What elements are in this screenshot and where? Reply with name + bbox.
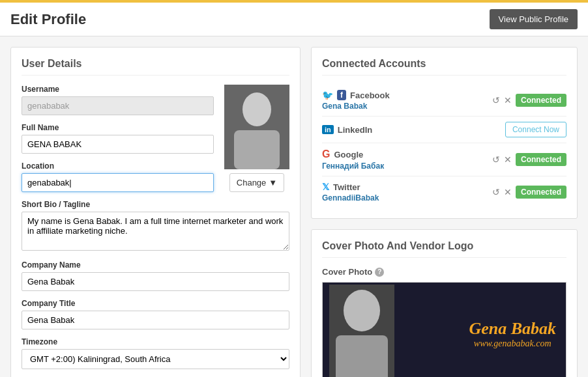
short-bio-input[interactable]: My name is Gena Babak. I am a full time … <box>22 212 289 251</box>
chevron-down-icon: ▼ <box>269 178 277 188</box>
google-refresh-icon[interactable]: ↺ <box>492 154 500 165</box>
facebook-username[interactable]: Gena Babak <box>322 102 390 111</box>
view-public-profile-button[interactable]: View Public Profile <box>490 9 578 29</box>
short-bio-group: Short Bio / Tagline My name is Gena Baba… <box>22 200 289 253</box>
page-title: Edit Profile <box>10 11 86 28</box>
location-input[interactable] <box>22 173 214 192</box>
account-name-row-google: G Google <box>322 148 384 160</box>
account-row-facebook: 🐦 f Facebook Gena Babak ↺ ✕ Connected <box>322 85 566 117</box>
cover-url-text: www.genababak.com <box>469 339 556 349</box>
full-name-group: Full Name <box>22 123 214 154</box>
timezone-select[interactable]: GMT +2:00) Kaliningrad, South Africa <box>22 349 289 369</box>
linkedin-connect-now-button[interactable]: Connect Now <box>505 122 566 137</box>
account-row-google: G Google Геннадий Бабак ↺ ✕ Connected <box>322 143 566 176</box>
short-bio-label: Short Bio / Tagline <box>22 200 289 209</box>
username-group: Username <box>22 85 214 115</box>
connected-accounts-panel: Connected Accounts 🐦 f Facebook Gena Bab… <box>311 47 578 219</box>
cover-photo-panel: Cover Photo And Vendor Logo Cover Photo … <box>311 229 578 377</box>
facebook-label: Facebook <box>350 91 390 100</box>
linkedin-label: LinkedIn <box>338 125 372 135</box>
location-group: Location <box>22 161 214 192</box>
company-title-group: Company Title <box>22 299 289 329</box>
profile-photo <box>224 85 289 169</box>
profile-photo-area: Change ▼ <box>224 85 289 200</box>
full-name-input[interactable] <box>22 135 214 154</box>
facebook-connected-badge: Connected <box>516 94 566 107</box>
right-panel: Connected Accounts 🐦 f Facebook Gena Bab… <box>311 47 578 377</box>
change-photo-button[interactable]: Change ▼ <box>229 173 284 192</box>
account-right-twitter: ↺ ✕ Connected <box>492 186 566 199</box>
twitter-icon: 𝕏 <box>322 182 329 192</box>
svg-rect-5 <box>336 335 388 377</box>
twitter-label: Twitter <box>333 182 360 192</box>
change-label: Change <box>237 178 267 188</box>
svg-rect-2 <box>234 130 280 169</box>
svg-point-4 <box>344 290 380 331</box>
cover-photo-section-title: Cover Photo And Vendor Logo <box>322 240 566 258</box>
connected-accounts-title: Connected Accounts <box>322 58 566 76</box>
top-bar: Edit Profile View Public Profile <box>0 3 588 36</box>
username-label: Username <box>22 85 214 94</box>
full-name-label: Full Name <box>22 123 214 132</box>
timezone-label: Timezone <box>22 337 289 346</box>
twitter-remove-icon[interactable]: ✕ <box>504 187 512 197</box>
company-name-label: Company Name <box>22 260 289 270</box>
main-layout: User Details Username Full Name Location <box>0 36 588 377</box>
account-right-google: ↺ ✕ Connected <box>492 153 566 166</box>
facebook-icon-f: f <box>337 90 346 100</box>
facebook-icon: 🐦 <box>322 90 333 100</box>
google-username[interactable]: Геннадий Бабак <box>322 161 384 171</box>
account-name-row-facebook: 🐦 f Facebook <box>322 90 390 100</box>
account-row-twitter: 𝕏 Twitter GennadiiBabak ↺ ✕ Connected <box>322 176 566 208</box>
twitter-refresh-icon[interactable]: ↺ <box>492 187 500 197</box>
account-name-row-twitter: 𝕏 Twitter <box>322 182 379 192</box>
google-remove-icon[interactable]: ✕ <box>504 154 512 165</box>
cover-photo-display: Gena Babak www.genababak.com <box>322 282 566 377</box>
google-connected-badge: Connected <box>516 153 566 166</box>
left-panel: User Details Username Full Name Location <box>10 47 301 377</box>
account-right-facebook: ↺ ✕ Connected <box>492 94 566 107</box>
facebook-remove-icon[interactable]: ✕ <box>504 95 512 105</box>
username-input[interactable] <box>22 96 214 115</box>
form-fields: Username Full Name Location <box>22 85 214 200</box>
account-name-row-linkedin: in LinkedIn <box>322 125 372 135</box>
account-row-linkedin: in LinkedIn Connect Now <box>322 117 566 143</box>
company-title-label: Company Title <box>22 299 289 308</box>
account-right-linkedin: Connect Now <box>505 122 566 137</box>
cover-photo-label-text: Cover Photo <box>322 267 372 277</box>
account-left-linkedin: in LinkedIn <box>322 125 372 135</box>
location-label: Location <box>22 161 214 171</box>
twitter-username[interactable]: GennadiiBabak <box>322 193 379 202</box>
cover-name-text: Gena Babak <box>469 319 556 339</box>
facebook-refresh-icon[interactable]: ↺ <box>492 95 500 105</box>
cover-photo-text-area: Gena Babak www.genababak.com <box>469 319 556 349</box>
google-icon: G <box>322 148 330 160</box>
cover-help-icon[interactable]: ? <box>375 268 384 277</box>
cover-photo-person-silhouette <box>329 285 394 377</box>
google-label: Google <box>334 150 363 160</box>
user-details-title: User Details <box>22 58 289 76</box>
company-title-input[interactable] <box>22 311 289 329</box>
profile-area: Username Full Name Location <box>22 85 289 200</box>
timezone-group: Timezone GMT +2:00) Kaliningrad, South A… <box>22 337 289 369</box>
account-left-google: G Google Геннадий Бабак <box>322 148 384 171</box>
account-left-facebook: 🐦 f Facebook Gena Babak <box>322 90 390 111</box>
company-name-input[interactable] <box>22 272 289 291</box>
twitter-connected-badge: Connected <box>516 186 566 199</box>
svg-point-1 <box>243 92 271 126</box>
company-name-group: Company Name <box>22 260 289 291</box>
cover-photo-label-row: Cover Photo ? <box>322 267 566 277</box>
account-left-twitter: 𝕏 Twitter GennadiiBabak <box>322 182 379 202</box>
linkedin-icon: in <box>322 125 334 134</box>
